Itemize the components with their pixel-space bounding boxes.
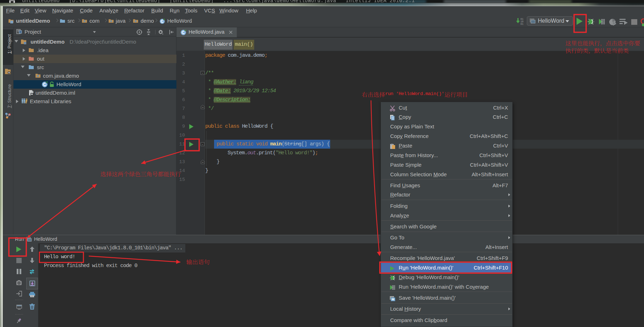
svg-text:01: 01 [520,23,523,26]
